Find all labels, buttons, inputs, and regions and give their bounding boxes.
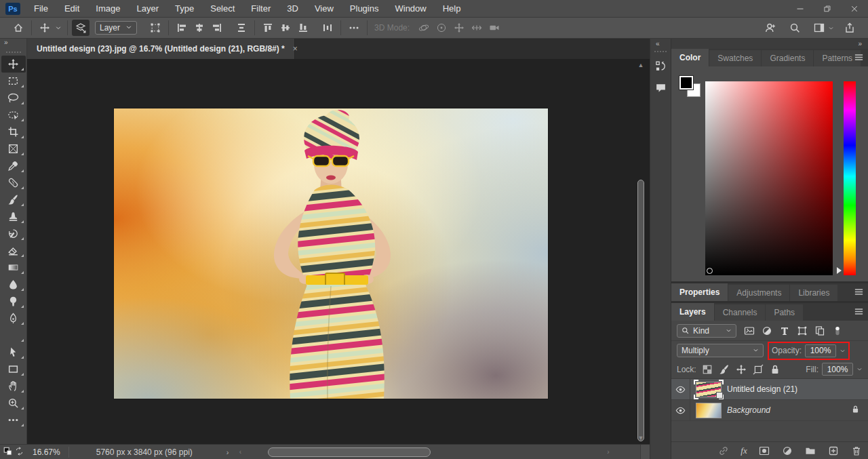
layer-visibility-toggle[interactable]	[671, 379, 690, 399]
document-tab[interactable]: Untitled design (23).jpg @ 16.7% (Untitl…	[27, 39, 295, 59]
pen-tool[interactable]	[1, 310, 26, 327]
fill-dropdown-icon[interactable]	[856, 366, 863, 372]
rectangle-tool[interactable]	[1, 361, 26, 378]
status-chevron-icon[interactable]: ›	[220, 448, 236, 456]
color-tab-color[interactable]: Color	[671, 49, 709, 66]
align-center-horizontal-button[interactable]	[191, 20, 208, 36]
mini-swatches-icon[interactable]	[3, 447, 12, 458]
layers-panel-menu-icon[interactable]	[854, 306, 864, 319]
menu-plugins[interactable]: Plugins	[342, 0, 387, 18]
move-tool-preset-icon[interactable]	[36, 20, 54, 36]
more-options-icon[interactable]	[345, 20, 363, 36]
menu-file[interactable]: File	[26, 0, 56, 18]
share-for-review-icon[interactable]	[762, 20, 779, 36]
eyedropper-tool[interactable]	[1, 157, 26, 174]
opacity-value-field[interactable]: 100%	[805, 344, 836, 357]
filter-shape-layers-icon[interactable]	[795, 324, 810, 338]
color-tab-swatches[interactable]: Swatches	[709, 50, 761, 66]
menu-filter[interactable]: Filter	[243, 0, 279, 18]
menu-help[interactable]: Help	[435, 0, 469, 18]
menu-window[interactable]: Window	[387, 0, 434, 18]
switch-colors-icon[interactable]	[15, 447, 24, 458]
layer-style-fx-icon[interactable]: fx	[741, 445, 747, 456]
expand-dock-chevrons[interactable]: »	[858, 40, 863, 47]
scroll-right-icon[interactable]: ›	[604, 445, 613, 459]
distribute-horizontal-button[interactable]	[319, 20, 336, 36]
align-top-button[interactable]	[259, 20, 277, 36]
scroll-down-icon[interactable]: ▼	[636, 433, 646, 443]
layer-visibility-toggle[interactable]	[671, 400, 690, 420]
hue-slider-pointer[interactable]	[837, 267, 842, 274]
link-layers-icon[interactable]	[717, 445, 730, 457]
eraser-tool[interactable]	[1, 242, 26, 259]
object-selection-tool[interactable]	[1, 106, 26, 123]
color-panel-menu-icon[interactable]	[854, 52, 864, 64]
menu-select[interactable]: Select	[202, 0, 243, 18]
toolbar-expand-chevrons[interactable]: »	[0, 39, 26, 49]
foreground-color-swatch[interactable]	[679, 76, 693, 89]
color-field-cursor[interactable]	[707, 268, 713, 274]
layer-thumbnail[interactable]	[696, 403, 722, 418]
properties-tab-libraries[interactable]: Libraries	[790, 285, 837, 301]
saturation-brightness-field[interactable]	[705, 81, 833, 275]
home-icon[interactable]	[9, 20, 27, 36]
filter-adjustment-layers-icon[interactable]	[760, 324, 774, 338]
properties-tab-adjustments[interactable]: Adjustments	[728, 285, 789, 301]
lock-position-icon[interactable]	[735, 363, 747, 376]
lock-all-icon[interactable]	[769, 363, 781, 376]
clone-stamp-tool[interactable]	[1, 208, 26, 225]
layer-row-1[interactable]: Untitled design (21)	[671, 379, 868, 400]
close-tab-icon[interactable]: ×	[292, 43, 299, 55]
minimize-button[interactable]	[787, 0, 814, 18]
layers-tab-channels[interactable]: Channels	[715, 304, 766, 321]
scroll-up-icon[interactable]: ▲	[636, 60, 646, 70]
crop-tool[interactable]	[1, 123, 26, 140]
menu-type[interactable]: Type	[167, 0, 202, 18]
3d-orbit-icon[interactable]	[415, 20, 433, 36]
new-adjustment-layer-icon[interactable]	[781, 445, 793, 457]
path-selection-tool[interactable]	[1, 344, 26, 361]
toolbar-grabber[interactable]	[6, 52, 21, 53]
distribute-vertical-button[interactable]	[233, 20, 250, 36]
history-brush-tool[interactable]	[1, 225, 26, 242]
move-tool[interactable]	[1, 56, 26, 73]
auto-select-toggle[interactable]	[72, 20, 90, 36]
menu-view[interactable]: View	[307, 0, 342, 18]
layers-tab-paths[interactable]: Paths	[766, 304, 803, 321]
brush-tool[interactable]	[1, 191, 26, 208]
frame-tool[interactable]	[1, 140, 26, 157]
search-icon[interactable]	[786, 20, 804, 36]
lasso-tool[interactable]	[1, 89, 26, 106]
dodge-tool[interactable]	[1, 293, 26, 310]
rectangular-marquee-tool[interactable]	[1, 73, 26, 89]
lock-artboard-icon[interactable]	[752, 363, 764, 376]
version-history-icon[interactable]	[652, 58, 669, 74]
collapse-dock-chevrons[interactable]: «	[650, 39, 660, 47]
filter-toggle-switch[interactable]	[830, 324, 845, 338]
fill-value-field[interactable]: 100%	[822, 363, 853, 376]
3d-roll-icon[interactable]	[433, 20, 450, 36]
type-tool[interactable]	[1, 327, 26, 344]
menu-layer[interactable]: Layer	[129, 0, 167, 18]
canvas-pasteboard[interactable]: ▲ ▼	[27, 59, 650, 444]
menu-edit[interactable]: Edit	[56, 0, 87, 18]
3d-pan-icon[interactable]	[450, 20, 468, 36]
filter-pixel-layers-icon[interactable]	[742, 324, 757, 338]
zoom-level-field[interactable]: 16.67%	[27, 447, 68, 457]
add-layer-mask-icon[interactable]	[758, 445, 770, 457]
layer-thumbnail[interactable]	[696, 382, 722, 397]
3d-camera-icon[interactable]	[486, 20, 503, 36]
3d-slide-icon[interactable]	[468, 20, 486, 36]
horizontal-scroll-thumb[interactable]	[268, 447, 431, 457]
properties-tab-properties[interactable]: Properties	[671, 283, 728, 301]
spot-healing-brush-tool[interactable]	[1, 174, 26, 191]
restore-button[interactable]	[814, 0, 841, 18]
lock-pixels-icon[interactable]	[718, 363, 730, 376]
menu-image[interactable]: Image	[87, 0, 128, 18]
hue-slider[interactable]	[844, 81, 856, 275]
foreground-background-swatches[interactable]	[679, 76, 703, 99]
show-transform-controls-toggle[interactable]	[146, 20, 164, 36]
align-bottom-button[interactable]	[294, 20, 312, 36]
color-tab-gradients[interactable]: Gradients	[762, 50, 813, 66]
workspace-switcher[interactable]	[810, 20, 834, 36]
